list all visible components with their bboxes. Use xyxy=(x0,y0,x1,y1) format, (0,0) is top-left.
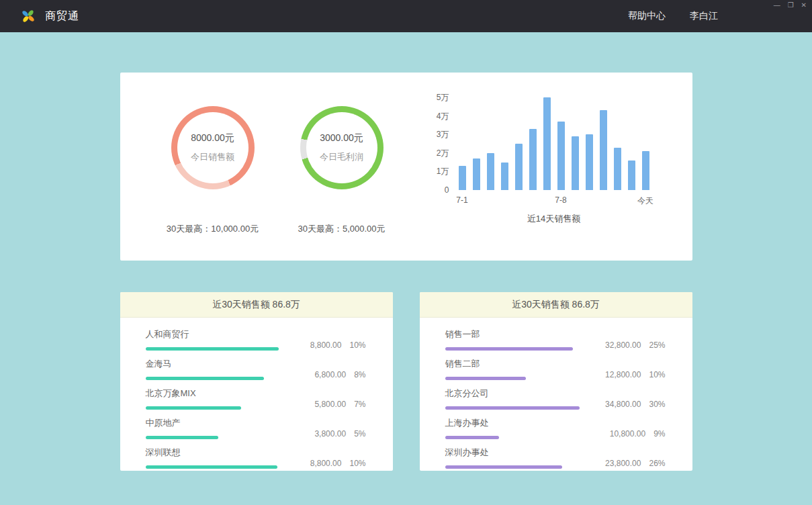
chart-bars xyxy=(459,97,649,190)
bar xyxy=(501,163,508,190)
maximize-icon[interactable]: ❐ xyxy=(788,2,794,9)
customers-sales-panel: 近30天销售额 86.8万 人和商贸行8,800.0010%金海马6,800.0… xyxy=(120,292,393,471)
item-amount: 5,800.00 xyxy=(314,400,346,409)
chart-title: 近14天销售额 xyxy=(527,213,580,225)
item-name: 金海马 xyxy=(146,358,287,370)
list-item: 深圳联想8,800.0010% xyxy=(146,447,366,469)
item-percent: 8% xyxy=(354,370,365,379)
bar xyxy=(487,153,494,190)
x-tick-label: 今天 xyxy=(637,195,653,207)
item-amount: 8,800.00 xyxy=(310,459,342,468)
item-name: 中原地产 xyxy=(146,417,287,429)
item-amount: 34,800.00 xyxy=(605,400,641,409)
panel-list: 人和商贸行8,800.0010%金海马6,800.008%北京万象MIX5,80… xyxy=(120,318,393,469)
item-progress-bar xyxy=(445,436,580,439)
today-sales-label: 今日销售额 xyxy=(191,151,234,163)
departments-sales-panel: 近30天销售额 86.8万 销售一部32,800.0025%销售二部12,800… xyxy=(420,292,692,471)
today-sales-donut-chart: 8000.00元 今日销售额 xyxy=(171,106,255,189)
username[interactable]: 李白江 xyxy=(690,10,718,22)
today-profit-label: 今日毛利润 xyxy=(320,151,363,163)
chart-x-axis: 7-17-8今天 xyxy=(459,190,649,205)
x-tick-label: 7-1 xyxy=(456,195,467,205)
bar xyxy=(529,129,537,190)
list-item: 金海马6,800.008% xyxy=(146,358,366,380)
item-amount: 23,800.00 xyxy=(605,459,641,468)
list-item: 人和商贸行8,800.0010% xyxy=(146,328,366,351)
item-percent: 26% xyxy=(649,459,665,468)
item-progress-bar xyxy=(146,465,280,469)
item-progress-bar xyxy=(445,377,580,380)
minimize-icon[interactable]: — xyxy=(774,2,780,9)
item-percent: 10% xyxy=(649,370,665,379)
list-item: 深圳办事处23,800.0026% xyxy=(445,447,666,469)
list-item: 中原地产3,800.005% xyxy=(146,417,366,439)
y-tick-label: 2万 xyxy=(437,148,449,158)
today-sales-block: 8000.00元 今日销售额 30天最高：10,000.00元 xyxy=(148,73,277,261)
item-amount: 8,800.00 xyxy=(310,340,342,350)
list-item: 销售二部12,800.0010% xyxy=(445,358,666,380)
bar xyxy=(642,151,649,190)
bar xyxy=(557,122,565,190)
today-profit-block: 3000.00元 今日毛利润 30天最高：5,000.00元 xyxy=(277,73,406,261)
app-title: 商贸通 xyxy=(45,9,79,24)
item-progress-bar xyxy=(146,347,280,351)
item-name: 深圳办事处 xyxy=(445,447,586,459)
y-tick-label: 1万 xyxy=(437,167,449,176)
bar xyxy=(628,160,635,190)
bar xyxy=(614,148,621,190)
item-percent: 7% xyxy=(354,400,365,409)
y-tick-label: 4万 xyxy=(437,111,449,121)
profit-30day-max: 30天最高：5,000.00元 xyxy=(298,223,385,235)
list-item: 北京分公司34,800.0030% xyxy=(445,387,666,410)
item-progress-bar xyxy=(146,406,280,410)
item-name: 北京万象MIX xyxy=(146,387,287,400)
item-progress-bar xyxy=(445,347,580,351)
item-name: 销售一部 xyxy=(445,328,586,340)
y-tick-label: 3万 xyxy=(437,130,449,139)
today-sales-value: 8000.00元 xyxy=(191,132,234,144)
bar xyxy=(543,97,551,190)
bar xyxy=(600,110,607,190)
x-tick-label: 7-8 xyxy=(555,195,566,205)
panel-list: 销售一部32,800.0025%销售二部12,800.0010%北京分公司34,… xyxy=(420,318,692,469)
sales-30day-max: 30天最高：10,000.00元 xyxy=(167,223,259,235)
item-percent: 10% xyxy=(349,340,365,350)
item-progress-bar xyxy=(146,436,280,439)
close-icon[interactable]: ✕ xyxy=(801,2,807,9)
summary-card: 8000.00元 今日销售额 30天最高：10,000.00元 3000.00元… xyxy=(120,73,692,261)
item-amount: 32,800.00 xyxy=(605,340,641,350)
item-percent: 25% xyxy=(649,340,665,350)
today-profit-value: 3000.00元 xyxy=(320,132,363,144)
item-progress-bar xyxy=(146,377,280,380)
bar xyxy=(586,134,593,190)
y-tick-label: 5万 xyxy=(437,93,449,102)
y-tick-label: 0 xyxy=(445,185,449,195)
list-item: 销售一部32,800.0025% xyxy=(445,328,666,351)
panel-title: 近30天销售额 86.8万 xyxy=(420,292,692,318)
item-name: 人和商贸行 xyxy=(146,328,287,340)
bar xyxy=(515,144,523,190)
item-percent: 30% xyxy=(649,400,665,409)
item-amount: 10,800.00 xyxy=(610,429,645,439)
item-amount: 3,800.00 xyxy=(314,429,346,439)
list-item: 上海办事处10,800.009% xyxy=(445,417,666,439)
item-amount: 12,800.00 xyxy=(605,370,641,379)
bar xyxy=(473,158,480,190)
panel-title: 近30天销售额 86.8万 xyxy=(120,292,393,318)
dashboard: 8000.00元 今日销售额 30天最高：10,000.00元 3000.00元… xyxy=(0,73,812,471)
bar xyxy=(572,136,579,190)
item-percent: 5% xyxy=(354,429,365,439)
item-amount: 6,800.00 xyxy=(314,370,346,379)
item-name: 北京分公司 xyxy=(445,387,586,400)
app-logo-icon xyxy=(20,8,36,24)
brand: 商贸通 xyxy=(20,8,79,24)
item-percent: 10% xyxy=(349,459,365,468)
item-progress-bar xyxy=(445,465,580,469)
item-name: 深圳联想 xyxy=(146,447,287,459)
list-item: 北京万象MIX5,800.007% xyxy=(146,387,366,410)
titlebar: — ❐ ✕ 商贸通 帮助中心 李白江 xyxy=(0,0,812,32)
help-center-link[interactable]: 帮助中心 xyxy=(628,10,666,22)
window-controls: — ❐ ✕ xyxy=(774,2,807,9)
item-name: 销售二部 xyxy=(445,358,586,370)
chart-y-axis: 5万4万3万2万1万0 xyxy=(431,97,449,190)
